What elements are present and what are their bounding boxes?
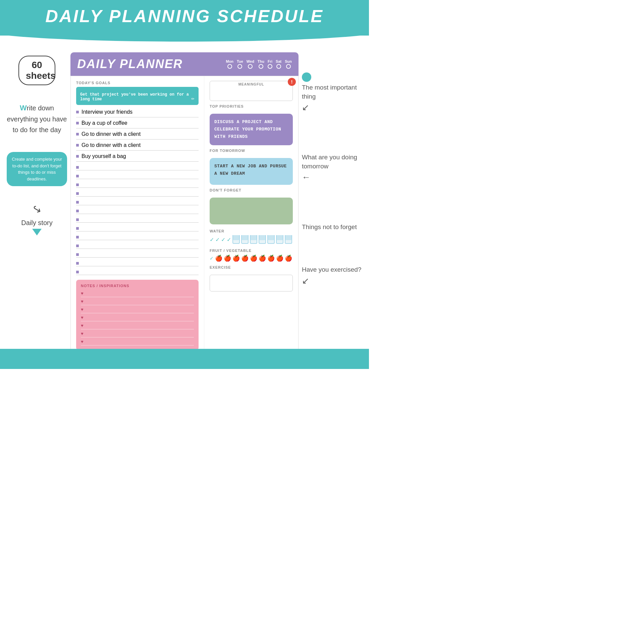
day-sun: Sun (285, 59, 292, 69)
todo-text-2: Buy a cup of coffee (82, 120, 127, 126)
goal-input-box[interactable]: Get that project you've been working on … (76, 87, 199, 105)
day-thu-circle[interactable] (259, 64, 263, 69)
arrow-down-left-icon: ↙ (302, 102, 362, 113)
bullet-icon (76, 111, 79, 113)
blank-line (76, 164, 199, 170)
blank-line (76, 208, 199, 214)
todo-text-5: Buy yourself a bag (82, 153, 126, 159)
water-check-4[interactable]: ✓ (227, 236, 231, 243)
apple-icon-9[interactable]: 🍎 (285, 255, 292, 262)
dont-forget-box (210, 198, 293, 224)
water-check-2[interactable]: ✓ (215, 236, 220, 243)
blank-line (76, 191, 199, 197)
bullet-icon (76, 144, 79, 147)
day-fri-circle[interactable] (268, 64, 272, 69)
todo-list: Interview your friends Buy a cup of coff… (76, 109, 199, 276)
write-down-annotation: Write down everything you have to do for… (7, 102, 67, 135)
day-thu: Thu (258, 59, 264, 69)
doing-tomorrow-annotation: What are you doing tomorrow ← (302, 153, 362, 182)
day-fri-label: Fri (268, 59, 272, 63)
bullet-icon (76, 227, 79, 230)
not-to-forget-text: Things not to forget (302, 223, 362, 232)
most-important-text: The most important thing (302, 83, 362, 101)
water-glass-3[interactable] (250, 235, 257, 244)
water-glass-4[interactable] (259, 235, 266, 244)
bullet-icon (76, 122, 79, 124)
todo-item-4: Go to dinner with a client (76, 142, 199, 151)
todays-goals-label: Today's Goals (76, 81, 199, 85)
water-glass-5[interactable] (267, 235, 275, 244)
exercised-text: Have you exercised? (302, 265, 362, 274)
day-mon: Mon (226, 59, 233, 69)
exclamation-badge: ! (288, 78, 296, 86)
apple-icon-1[interactable]: 🍎 (215, 255, 222, 262)
bullet-icon (76, 192, 79, 195)
arrow-left-icon: ← (302, 172, 362, 182)
apple-icon-3[interactable]: 🍎 (232, 255, 240, 262)
bullet-icon (76, 155, 79, 158)
teal-dot-icon (302, 72, 311, 82)
apple-icon-2[interactable]: 🍎 (224, 255, 231, 262)
todo-item-3: Go to dinner with a client (76, 131, 199, 140)
water-check-1[interactable]: ✓ (210, 236, 214, 243)
most-important-annotation: The most important thing ↙ (302, 72, 362, 113)
heart-icon: ♥ (81, 307, 84, 312)
water-icons: ✓ ✓ ✓ ✓ (210, 235, 293, 244)
blank-line (76, 269, 199, 275)
blank-line (76, 225, 199, 231)
day-sat: Sat (276, 59, 281, 69)
day-tue-circle[interactable] (237, 64, 242, 69)
todo-item-1: Interview your friends (76, 109, 199, 117)
water-check-3[interactable]: ✓ (221, 236, 225, 243)
bullet-icon (76, 236, 79, 238)
heart-icon: ♥ (81, 315, 84, 320)
heart-icon: ♥ (81, 299, 84, 304)
fruit-label: Fruit / Vegetable (210, 249, 293, 253)
blank-line (76, 199, 199, 205)
sheets-bubble: 60 sheets (18, 56, 55, 85)
not-to-forget-annotation: Things not to forget (302, 223, 362, 232)
water-glass-7[interactable] (285, 235, 292, 244)
exercise-label: Exercise (210, 265, 293, 269)
water-glass-1[interactable] (232, 235, 240, 244)
exercised-annotation: Have you exercised? ↙ (302, 265, 362, 286)
todo-text-4: Go to dinner with a client (82, 142, 141, 148)
bullet-icon (76, 218, 79, 221)
curved-arrow-icon: ↪ (30, 202, 44, 217)
top-priorities-box: Discuss a project and celebrate your pro… (210, 114, 293, 145)
apple-icon-6[interactable]: 🍎 (259, 255, 266, 262)
blank-line (76, 182, 199, 188)
day-sun-circle[interactable] (286, 64, 291, 69)
bullet-icon (76, 271, 79, 273)
goal-text: Get that project you've been working on … (80, 92, 191, 102)
water-glass-6[interactable] (276, 235, 283, 244)
apple-icon-7[interactable]: 🍎 (267, 255, 275, 262)
fruit-check[interactable]: ✓ (210, 256, 214, 261)
bullet-icon (76, 262, 79, 265)
heart-icon: ♥ (81, 323, 84, 328)
todo-text-1: Interview your friends (82, 109, 132, 115)
fruit-icons: ✓ 🍎 🍎 🍎 🍎 🍎 🍎 🍎 🍎 🍎 (210, 255, 293, 262)
water-glass-2[interactable] (241, 235, 249, 244)
heart-icon: ♥ (81, 331, 84, 336)
sheets-number: 60 (32, 60, 42, 70)
heart-icon: ♥ (81, 291, 84, 296)
day-mon-circle[interactable] (227, 64, 232, 69)
page-title: Daily Planning Schedule (0, 6, 369, 26)
notes-label: Notes / Inspirations (81, 284, 194, 288)
apple-icon-4[interactable]: 🍎 (241, 255, 249, 262)
day-thu-label: Thu (258, 59, 264, 63)
notes-line: ♥ (81, 306, 194, 313)
day-wed-circle[interactable] (248, 64, 253, 69)
apple-icon-8[interactable]: 🍎 (276, 255, 283, 262)
day-sat-circle[interactable] (276, 64, 281, 69)
fruit-section: Fruit / Vegetable ✓ 🍎 🍎 🍎 🍎 🍎 🍎 🍎 🍎 🍎 (210, 249, 293, 262)
blank-line (76, 243, 199, 249)
main-content: 60 sheets Write down everything you have… (0, 36, 369, 362)
for-tomorrow-label: For Tomorrow (210, 149, 293, 153)
notes-line: ♥ (81, 330, 194, 337)
apple-icon-5[interactable]: 🍎 (250, 255, 257, 262)
bullet-icon (76, 253, 79, 256)
day-wed-label: Wed (247, 59, 254, 63)
meaningful-box: Meaningful ! (210, 81, 293, 101)
